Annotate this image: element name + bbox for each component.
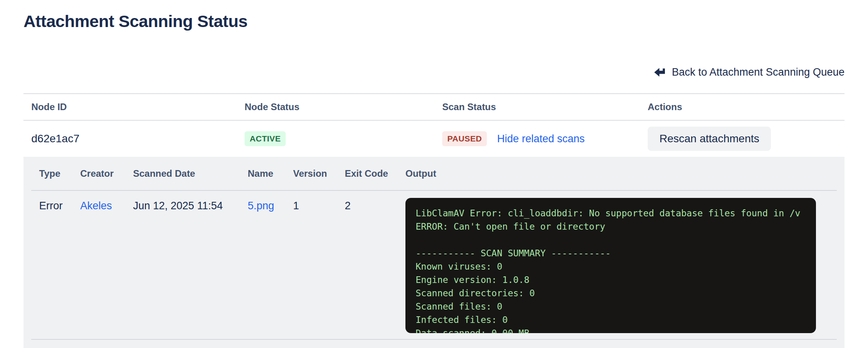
page-title: Attachment Scanning Status [23, 12, 845, 31]
col-exit-code: Exit Code [345, 168, 405, 179]
back-to-queue-link[interactable]: Back to Attachment Scanning Queue [653, 66, 845, 78]
scan-output-terminal[interactable]: LibClamAV Error: cli_loaddbdir: No suppo… [405, 198, 816, 333]
related-scans-panel: Type Creator Scanned Date Name Version E… [23, 157, 845, 348]
back-link-label: Back to Attachment Scanning Queue [672, 66, 845, 78]
node-id-value: d62e1ac7 [31, 132, 245, 145]
back-row: Back to Attachment Scanning Queue [23, 66, 845, 78]
scan-type-value: Error [39, 198, 80, 214]
scan-table-row: Error Akeles Jun 12, 2025 11:54 5.png 1 … [23, 191, 845, 333]
col-type: Type [39, 168, 80, 179]
col-actions: Actions [648, 102, 837, 112]
scan-table-header: Type Creator Scanned Date Name Version E… [23, 157, 845, 190]
col-creator: Creator [80, 168, 133, 179]
scan-file-link-cell: 5.png [248, 198, 293, 214]
scan-creator-link-cell: Akeles [80, 198, 133, 214]
file-name-link[interactable]: 5.png [248, 200, 274, 212]
scan-status-badge: PAUSED [442, 131, 487, 146]
scan-table-bottom-divider [31, 339, 837, 340]
hide-related-scans-link[interactable]: Hide related scans [497, 133, 585, 145]
col-scanned-date: Scanned Date [133, 168, 248, 179]
scan-exit-code-value: 2 [345, 198, 405, 214]
col-node-status: Node Status [245, 102, 442, 112]
col-node-id: Node ID [31, 102, 245, 112]
node-table-row: d62e1ac7 ACTIVE PAUSED Hide related scan… [23, 121, 845, 157]
creator-link[interactable]: Akeles [80, 200, 112, 212]
node-status-badge: ACTIVE [245, 131, 286, 146]
actions-cell: Rescan attachments [648, 127, 837, 151]
scanned-date-value: Jun 12, 2025 11:54 [133, 198, 248, 214]
col-scan-status: Scan Status [442, 102, 648, 112]
scan-output-cell: LibClamAV Error: cli_loaddbdir: No suppo… [405, 198, 837, 333]
col-output: Output [405, 168, 837, 179]
node-status-cell: ACTIVE [245, 131, 442, 146]
back-arrow-icon [653, 67, 666, 78]
scan-status-cell: PAUSED Hide related scans [442, 131, 648, 146]
rescan-attachments-button[interactable]: Rescan attachments [648, 127, 771, 151]
scan-version-value: 1 [293, 198, 345, 214]
col-name: Name [248, 168, 293, 179]
col-version: Version [293, 168, 345, 179]
node-table-header: Node ID Node Status Scan Status Actions [23, 93, 845, 121]
attachment-scanning-status-page: Attachment Scanning Status Back to Attac… [0, 0, 868, 348]
